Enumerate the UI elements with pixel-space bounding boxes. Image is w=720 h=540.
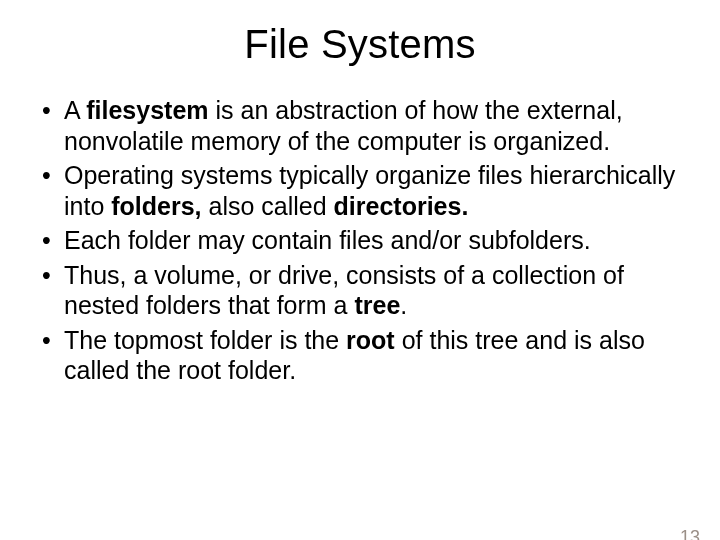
text: Thus, a volume, or drive, consists of a … [64, 261, 624, 320]
bullet-list: A filesystem is an abstraction of how th… [38, 95, 682, 386]
text: Each folder may contain files and/or sub… [64, 226, 591, 254]
bold-text: folders, [111, 192, 201, 220]
text: The topmost folder is the [64, 326, 346, 354]
slide-body: A filesystem is an abstraction of how th… [0, 95, 720, 386]
bold-text: root [346, 326, 395, 354]
slide: File Systems A filesystem is an abstract… [0, 22, 720, 540]
text: A [64, 96, 86, 124]
list-item: Operating systems typically organize fil… [38, 160, 682, 221]
list-item: A filesystem is an abstraction of how th… [38, 95, 682, 156]
list-item: The topmost folder is the root of this t… [38, 325, 682, 386]
slide-title: File Systems [0, 22, 720, 67]
list-item: Each folder may contain files and/or sub… [38, 225, 682, 256]
list-item: Thus, a volume, or drive, consists of a … [38, 260, 682, 321]
bold-text: tree [354, 291, 400, 319]
text: . [400, 291, 407, 319]
text: also called [202, 192, 334, 220]
bold-text: filesystem [86, 96, 208, 124]
bold-text: directories. [334, 192, 469, 220]
page-number: 13 [680, 527, 700, 540]
